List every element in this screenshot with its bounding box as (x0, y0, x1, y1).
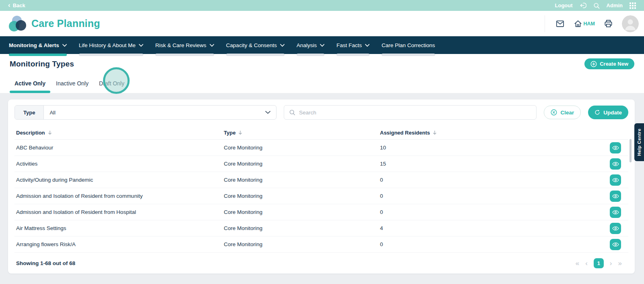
page-title: Monitoring Types (10, 60, 74, 68)
column-header-description[interactable]: Description (14, 130, 222, 136)
view-button[interactable] (610, 207, 621, 218)
nav-item-label: Risk & Care Reviews (155, 42, 206, 48)
chevron-down-icon (280, 44, 285, 47)
help-centre-tab[interactable]: Help Centre (634, 123, 644, 161)
sort-down-icon (238, 131, 242, 135)
cell-assigned-residents: 0 (378, 241, 603, 247)
back-label: Back (13, 2, 25, 8)
messages-envelope-icon[interactable] (555, 19, 565, 28)
top-utility-bar: ‹ Back Logout Admin (0, 0, 644, 11)
table-row: Admission and Isolation of Resident from… (14, 188, 628, 204)
pagination-last-icon[interactable]: » (618, 260, 622, 267)
header-divider (545, 15, 545, 32)
eye-icon (612, 242, 619, 247)
home-button[interactable]: HAM (574, 19, 595, 28)
nav-item-label: Analysis (297, 42, 317, 48)
plus-circle-icon (590, 61, 597, 67)
refresh-icon (594, 110, 600, 115)
cell-description: Activity/Outing during Pandemic (14, 177, 222, 183)
home-icon (574, 19, 582, 28)
view-button[interactable] (610, 158, 621, 170)
nav-item-label: Fast Facts (336, 42, 362, 48)
view-button[interactable] (610, 174, 621, 186)
apps-grid-icon[interactable] (630, 2, 636, 9)
nav-item-monitoring-alerts[interactable]: Monitoring & Alerts (9, 36, 67, 54)
nav-item-analysis[interactable]: Analysis (297, 36, 324, 54)
clear-label: Clear (560, 110, 574, 116)
table-header-row: Description Type Assigned Residents (14, 126, 628, 140)
filter-bar: Type All Clear Update (14, 105, 628, 120)
main-navigation: Monitoring & Alerts Life History & About… (0, 36, 644, 54)
column-header-type[interactable]: Type (222, 130, 378, 136)
eye-icon (612, 145, 619, 150)
create-new-label: Create New (600, 61, 628, 67)
table-row: Air Mattress Settings Core Monitoring 4 (14, 220, 628, 236)
pagination-next-icon[interactable]: › (610, 260, 612, 267)
logout-icon[interactable] (580, 2, 586, 9)
user-avatar[interactable] (622, 15, 639, 32)
column-header-label: Type (224, 130, 235, 136)
cell-description: Admission and Isolation of Resident from… (14, 193, 222, 199)
tab-inactive-only[interactable]: Inactive Only (51, 74, 93, 93)
nav-item-life-history[interactable]: Life History & About Me (79, 36, 143, 54)
cell-assigned-residents: 4 (378, 225, 603, 231)
chevron-down-icon (62, 44, 67, 47)
cell-assigned-residents: 0 (378, 193, 603, 199)
nav-item-risk-care-reviews[interactable]: Risk & Care Reviews (155, 36, 214, 54)
view-button[interactable] (610, 191, 621, 202)
table-row: ABC Behaviour Core Monitoring 10 (14, 140, 628, 156)
view-button[interactable] (610, 142, 621, 153)
tab-active-only[interactable]: Active Only (10, 74, 50, 93)
content-area: Type All Clear Update (0, 93, 644, 284)
tab-draft-only[interactable]: Draft Only (94, 74, 129, 93)
cell-description: Activities (14, 161, 222, 167)
search-input[interactable] (299, 110, 531, 116)
type-filter-dropdown[interactable]: Type All (14, 105, 277, 120)
pagination-first-icon[interactable]: « (576, 260, 579, 267)
cell-type: Core Monitoring (222, 145, 378, 151)
search-field (284, 105, 537, 120)
cell-assigned-residents: 10 (378, 145, 603, 151)
cell-description: Arranging flowers Risk/A (14, 241, 222, 247)
admin-menu[interactable]: Admin (607, 2, 623, 8)
nav-item-capacity-consents[interactable]: Capacity & Consents (226, 36, 285, 54)
pagination-prev-icon[interactable]: ‹ (585, 260, 588, 267)
update-button[interactable]: Update (588, 106, 628, 119)
vertical-scrollbar-thumb[interactable] (630, 139, 632, 162)
chevron-down-icon (210, 44, 214, 47)
eye-icon (612, 226, 619, 231)
type-filter-label: Type (15, 106, 44, 119)
nav-item-label: Life History & About Me (79, 42, 136, 48)
tab-label: Inactive Only (56, 80, 89, 87)
back-chevron-icon: ‹ (8, 2, 10, 8)
print-icon[interactable] (604, 19, 613, 28)
back-button[interactable]: ‹ Back (8, 2, 25, 8)
cell-assigned-residents: 0 (378, 177, 603, 183)
tab-label: Draft Only (99, 80, 124, 87)
nav-item-care-plan-corrections[interactable]: Care Plan Corrections (382, 36, 435, 54)
results-count: Showing 1-68 out of 68 (16, 260, 75, 266)
table-row: Admission and Isolation of Resident from… (14, 204, 628, 220)
eye-icon (612, 194, 619, 199)
eye-icon (612, 210, 619, 215)
nav-item-fast-facts[interactable]: Fast Facts (336, 36, 369, 54)
cell-type: Core Monitoring (222, 193, 378, 199)
eye-icon (612, 162, 619, 166)
pagination-current-page[interactable]: 1 (594, 258, 604, 268)
clear-button[interactable]: Clear (544, 106, 581, 119)
nav-item-label: Care Plan Corrections (382, 42, 435, 48)
column-header-assigned-residents[interactable]: Assigned Residents (378, 130, 603, 136)
app-header: Care Planning HAM (0, 11, 644, 36)
logout-link[interactable]: Logout (555, 2, 573, 8)
monitoring-types-card: Type All Clear Update (8, 100, 635, 274)
search-icon[interactable] (593, 2, 600, 9)
pagination: « ‹ 1 › » (576, 258, 628, 268)
status-tabs: Active Only Inactive Only Draft Only (0, 74, 644, 93)
cell-assigned-residents: 0 (378, 209, 603, 215)
view-button[interactable] (610, 239, 621, 250)
create-new-button[interactable]: Create New (584, 58, 634, 69)
view-button[interactable] (610, 223, 621, 234)
table-row: Activities Core Monitoring 15 (14, 156, 628, 172)
app-title: Care Planning (31, 18, 100, 29)
type-filter-value: All (44, 110, 265, 116)
